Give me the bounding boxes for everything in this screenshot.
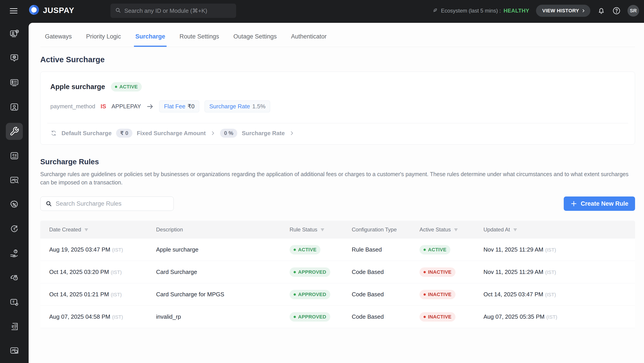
column-header-active-status[interactable]: Active Status [420,226,484,233]
column-header-updated-at[interactable]: Updated At [484,226,626,233]
section-description: Surcharge rules are guidelines or polici… [40,170,635,187]
ecosystem-label: Ecosystem (last 5 mins) : [441,8,501,14]
condition-value: APPLEPAY [111,103,141,110]
topbar: JUSPAY Ecosystem (last 5 mins) : HEALTHY… [0,0,644,22]
sidebar-item-modules[interactable] [0,46,28,71]
rules-table: Date Created Description Rule Status Con… [40,221,635,328]
ecosystem-status: Ecosystem (last 5 mins) : HEALTHY [432,8,529,14]
notifications-bell-icon[interactable] [597,7,606,15]
rules-search-input[interactable] [56,200,168,207]
chart-search-partial-icon [6,342,23,359]
table-header: Date Created Description Rule Status Con… [40,221,635,239]
sidebar-item-refunds[interactable]: ₹ [0,217,28,241]
tab-authenticator[interactable]: Authenticator [290,23,328,47]
wrench-icon [6,123,23,140]
sidebar-item-configuration[interactable] [0,119,28,144]
topbar-right: Ecosystem (last 5 mins) : HEALTHY VIEW H… [432,0,639,22]
search-icon [46,200,52,207]
user-avatar[interactable]: SR [628,5,639,17]
view-history-button[interactable]: VIEW HISTORY [536,5,590,17]
column-header-configuration-type[interactable]: Configuration Type [352,226,420,233]
global-search-input[interactable] [124,8,232,14]
plus-icon [570,200,577,207]
help-icon[interactable] [612,7,621,15]
column-header-description[interactable]: Description [156,226,290,233]
money-bag-icon: ₹ [6,269,23,286]
sidebar-item-offers[interactable] [0,192,28,217]
table-row[interactable]: Aug 19, 2025 03:47 PM(IST) Apple surchar… [40,239,635,261]
filter-icon [320,227,325,232]
list-screen-icon [6,74,23,91]
sidebar-item-verification[interactable] [0,22,28,46]
status-dot [115,86,117,88]
rules-toolbar: Create New Rule [40,196,635,211]
surcharge-condition: payment_method IS APPLEPAY Flat Fee ₹0 S… [40,92,635,112]
svg-text:₹: ₹ [15,250,17,253]
fixed-amount-pill: ₹ 0 [116,129,132,138]
hand-coin-icon: ₹ [6,245,23,262]
active-status-badge: INACTIVE [420,267,456,277]
sidebar-item-statements[interactable]: ₹ [0,314,28,338]
filter-icon [84,227,89,232]
page-title: Active Surcharge [40,55,635,64]
sidebar-item-monitoring[interactable] [0,338,28,363]
sidebar-item-payment-links[interactable]: ₹ [0,290,28,314]
refresh-icon [50,130,57,137]
tab-gateways[interactable]: Gateways [44,23,73,47]
table-row[interactable]: Aug 07, 2025 04:58 PM(IST) invalid_rp AP… [40,306,635,328]
svg-text:₹: ₹ [15,277,16,280]
svg-text:₹: ₹ [12,153,14,158]
chevron-right-icon[interactable] [289,131,294,136]
sidebar-item-analytics[interactable] [0,168,28,192]
create-new-rule-button[interactable]: Create New Rule [564,196,635,211]
global-search[interactable] [110,4,236,18]
brand[interactable]: JUSPAY [28,4,74,17]
column-header-date-created[interactable]: Date Created [49,226,156,233]
table-row[interactable]: Oct 14, 2025 01:21 PM(IST) Card Surcharg… [40,283,635,306]
default-surcharge-row: Default Surcharge ₹ 0 Fixed Surcharge Am… [40,123,635,144]
sidebar-item-customers[interactable] [0,95,28,119]
sidebar-item-orders[interactable] [0,71,28,95]
sidebar-item-payouts[interactable]: ₹ [0,241,28,265]
rule-status-badge: APPROVED [290,290,330,299]
rate-label: Surcharge Rate [242,130,285,137]
condition-field: payment_method [50,103,95,110]
rupee-statement-icon: ₹ [6,318,23,335]
tab-route-settings[interactable]: Route Settings [178,23,220,47]
leaf-icon [432,8,438,14]
package-bubble-icon [6,50,23,67]
status-badge: ACTIVE [111,82,142,92]
default-surcharge-label: Default Surcharge [62,130,112,137]
active-surcharge-card: Apple surcharge ACTIVE payment_method IS… [40,72,635,145]
contact-card-icon [6,99,23,116]
arrow-right-icon [146,103,154,110]
discount-badge-icon [6,196,23,213]
card-link-icon: ₹ [6,294,23,311]
tab-priority-logic[interactable]: Priority Logic [85,23,122,47]
rupee-invoice-icon: ₹ [6,147,23,164]
tab-surcharge[interactable]: Surcharge [134,23,166,47]
menu-icon[interactable] [10,6,19,15]
surcharge-name: Apple surcharge [50,83,105,91]
tab-outage-settings[interactable]: Outage Settings [232,23,278,47]
rule-status-badge: APPROVED [290,267,330,277]
chevron-right-icon[interactable] [210,131,216,136]
svg-text:₹: ₹ [12,300,15,304]
active-status-badge: ACTIVE [420,245,450,254]
rule-status-badge: APPROVED [290,312,330,322]
rule-status-badge: ACTIVE [290,245,320,254]
active-status-badge: INACTIVE [420,312,456,322]
flat-fee-chip[interactable]: Flat Fee ₹0 [159,101,199,112]
section-title: Surcharge Rules [40,158,635,166]
brand-name: JUSPAY [43,6,74,15]
surcharge-rate-chip[interactable]: Surcharge Rate 1.5% [204,101,270,112]
rules-search[interactable] [40,196,174,211]
ecosystem-health-value: HEALTHY [504,8,529,14]
juspay-logo-icon [28,4,40,17]
sidebar-item-transactions[interactable]: ₹ [0,144,28,168]
active-status-badge: INACTIVE [420,290,456,299]
table-row[interactable]: Oct 14, 2025 03:20 PM(IST) Card Surcharg… [40,261,635,283]
column-header-rule-status[interactable]: Rule Status [290,226,352,233]
sidebar-item-settlements[interactable]: ₹ [0,265,28,290]
chart-search-icon [6,172,23,189]
